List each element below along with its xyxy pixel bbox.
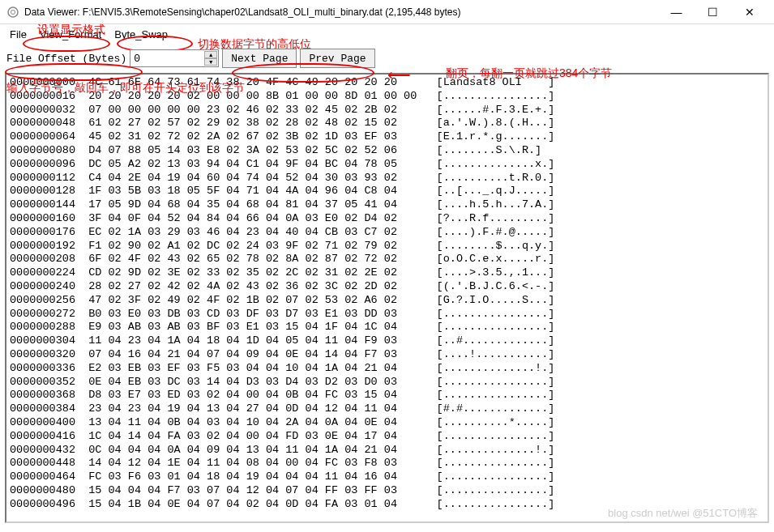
annotation-input-offset: 输入字节号，敲回车，即可在开头定位到该字节 (6, 81, 245, 96)
svg-point-1 (11, 10, 15, 14)
offset-input[interactable] (134, 53, 199, 65)
annotation-set-display-format: 设置显示格式 (37, 23, 105, 37)
offset-label: File Offset (Bytes) (6, 53, 126, 65)
watermark: blog csdn net/wei @51CTO博客 (608, 506, 758, 521)
app-icon (6, 6, 19, 19)
spin-down-icon[interactable]: ▼ (204, 58, 217, 66)
close-button[interactable]: ✕ (731, 0, 768, 24)
menubar: File View_Format Byte_Swap (0, 24, 774, 44)
offset-spinner[interactable]: ▲ ▼ (130, 49, 219, 67)
window-title: Data Viewer: F:\ENVI5.3\RemoteSensing\ch… (24, 6, 658, 18)
annotation-paging: 翻页，每翻一页就跳过384个字节 (446, 66, 612, 81)
hex-view[interactable]: 0000000000 4C 61 6E 64 73 61 74 38 20 4F… (5, 73, 769, 523)
titlebar: Data Viewer: F:\ENVI5.3\RemoteSensing\ch… (0, 0, 774, 24)
minimize-button[interactable]: — (658, 0, 695, 24)
svg-point-0 (8, 7, 18, 17)
prev-page-button[interactable]: Prev Page (300, 49, 374, 68)
next-page-button[interactable]: Next Page (222, 49, 297, 68)
spin-up-icon[interactable]: ▲ (204, 51, 217, 58)
menu-file[interactable]: File (5, 27, 32, 42)
menu-byte-swap[interactable]: Byte_Swap (109, 27, 173, 42)
annotation-arrow-icon: ⟵ (387, 65, 411, 84)
maximize-button[interactable]: ☐ (695, 0, 731, 24)
